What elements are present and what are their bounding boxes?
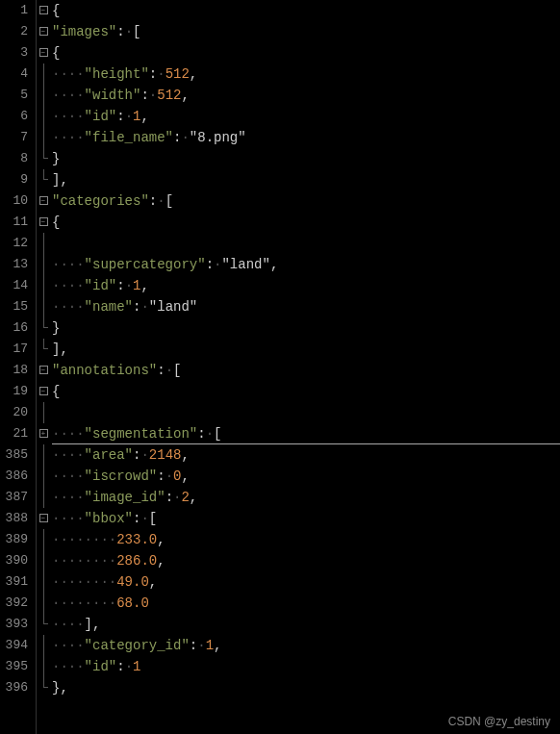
fold-marker — [37, 571, 50, 593]
line-number: 1 — [0, 0, 28, 21]
json-punct: } — [52, 151, 60, 166]
fold-marker — [37, 106, 50, 127]
code-line[interactable]: ····"id":·1, — [52, 275, 560, 296]
whitespace-marker: ···· — [52, 426, 85, 442]
json-number: 68.0 — [116, 595, 149, 611]
line-number: 14 — [0, 275, 28, 296]
json-punct: : — [165, 490, 173, 505]
code-line[interactable] — [52, 402, 560, 423]
code-line[interactable]: } — [52, 317, 560, 339]
code-line[interactable]: ····"segmentation":·[ — [52, 423, 560, 444]
code-line[interactable]: ····"iscrowd":·0, — [52, 466, 560, 487]
fold-collapse-icon[interactable]: − — [39, 196, 48, 205]
code-line[interactable]: ········233.0, — [52, 529, 560, 550]
json-number: 1 — [133, 659, 140, 674]
code-line[interactable]: ····], — [52, 614, 560, 635]
fold-marker[interactable]: − — [37, 381, 50, 402]
code-line[interactable]: ····"file_name":·"8.png" — [52, 127, 560, 148]
json-punct: , — [270, 257, 278, 272]
code-line[interactable]: ], — [52, 339, 560, 360]
fold-collapse-icon[interactable]: − — [39, 366, 48, 374]
fold-marker[interactable]: − — [37, 21, 50, 42]
code-line[interactable]: } — [52, 148, 560, 169]
code-line[interactable]: { — [52, 212, 560, 233]
code-line[interactable]: ········68.0 — [52, 593, 560, 614]
line-number: 12 — [0, 233, 28, 254]
fold-marker[interactable]: − — [37, 42, 50, 63]
whitespace-marker: · — [149, 88, 157, 103]
json-punct: , — [149, 574, 157, 590]
fold-marker — [37, 339, 50, 360]
json-key: "bbox" — [85, 511, 133, 526]
whitespace-marker: ···· — [52, 88, 85, 103]
code-line[interactable]: ····"height":·512, — [52, 63, 560, 85]
code-line[interactable]: ], — [52, 169, 560, 190]
code-line[interactable]: "categories":·[ — [52, 190, 560, 212]
fold-collapse-icon[interactable]: − — [39, 387, 48, 395]
code-line[interactable]: ····"id":·1, — [52, 106, 560, 127]
fold-marker[interactable]: − — [37, 508, 50, 529]
code-line[interactable]: ····"supercategory":·"land", — [52, 254, 560, 275]
code-line[interactable]: "annotations":·[ — [52, 360, 560, 381]
line-number: 17 — [0, 339, 28, 360]
json-key: "name" — [85, 299, 133, 315]
json-punct: , — [140, 109, 148, 124]
code-line[interactable]: ····"area":·2148, — [52, 444, 560, 466]
fold-marker — [37, 487, 50, 508]
code-line[interactable] — [52, 233, 560, 254]
fold-collapse-icon[interactable]: − — [39, 217, 48, 226]
json-key: "width" — [85, 88, 141, 103]
fold-collapse-icon[interactable]: − — [39, 27, 48, 36]
code-line[interactable]: ····"image_id":·2, — [52, 487, 560, 508]
code-line[interactable]: ····"category_id":·1, — [52, 635, 560, 656]
code-line[interactable]: ····"id":·1 — [52, 656, 560, 677]
whitespace-marker: ···· — [52, 109, 85, 124]
code-editor[interactable]: 1234567891011121314151617181920213853863… — [0, 0, 560, 734]
fold-expand-icon[interactable]: + — [39, 429, 48, 438]
code-line[interactable]: { — [52, 42, 560, 63]
code-line[interactable]: ········286.0, — [52, 550, 560, 571]
json-string: "land" — [149, 299, 197, 315]
code-line[interactable]: ····"name":·"land" — [52, 296, 560, 317]
code-line[interactable]: ····"width":·512, — [52, 85, 560, 106]
fold-marker — [37, 317, 50, 339]
code-line[interactable]: ········49.0, — [52, 571, 560, 593]
fold-marker[interactable]: + — [37, 423, 50, 444]
code-area[interactable]: {"images":·[{····"height":·512,····"widt… — [50, 0, 560, 734]
fold-marker[interactable]: − — [37, 360, 50, 381]
line-number: 2 — [0, 21, 28, 42]
fold-collapse-icon[interactable]: − — [39, 48, 48, 57]
whitespace-marker: ···· — [52, 257, 85, 272]
code-line[interactable]: "images":·[ — [52, 21, 560, 42]
fold-marker[interactable]: − — [37, 0, 50, 21]
json-punct: ], — [52, 172, 68, 188]
whitespace-marker: · — [165, 363, 173, 378]
json-punct: ], — [85, 617, 101, 632]
fold-marker[interactable]: − — [37, 190, 50, 212]
json-punct: { — [52, 3, 60, 18]
whitespace-marker: · — [140, 447, 148, 463]
json-punct: : — [116, 659, 124, 674]
json-key: "iscrowd" — [85, 468, 158, 484]
fold-marker — [37, 614, 50, 635]
fold-collapse-icon[interactable]: − — [39, 514, 48, 522]
fold-column[interactable]: −−−−−−−+− — [37, 0, 50, 734]
line-number: 7 — [0, 127, 28, 148]
code-line[interactable]: { — [52, 381, 560, 402]
fold-marker — [37, 275, 50, 296]
fold-collapse-icon[interactable]: − — [39, 6, 48, 14]
whitespace-marker: ···· — [52, 66, 85, 82]
json-number: 2148 — [149, 447, 182, 463]
json-key: "file_name" — [85, 130, 173, 145]
line-number: 386 — [0, 466, 28, 487]
whitespace-marker: ···· — [52, 490, 85, 505]
line-number: 388 — [0, 508, 28, 529]
code-line[interactable]: }, — [52, 677, 560, 698]
json-punct: : — [149, 66, 157, 82]
whitespace-marker: · — [157, 193, 165, 209]
line-number: 9 — [0, 169, 28, 190]
fold-marker[interactable]: − — [37, 212, 50, 233]
code-line[interactable]: ····"bbox":·[ — [52, 508, 560, 529]
whitespace-marker: ···· — [52, 659, 85, 674]
code-line[interactable]: { — [52, 0, 560, 21]
